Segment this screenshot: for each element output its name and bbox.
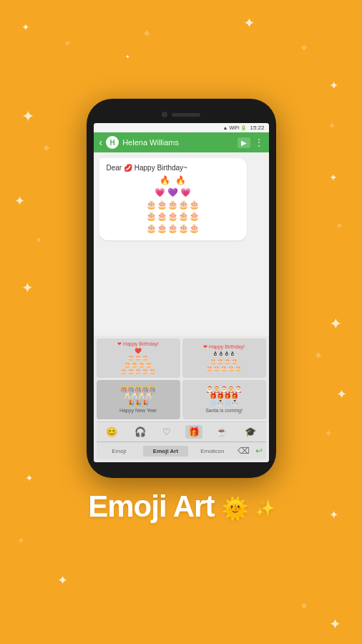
- emoji-art-item-santa[interactable]: 🎅🤶🎅🤶🎅🎁🎁🎁🎁❄️⛄❄️⛄ Santa is coming!: [182, 380, 266, 419]
- message-bubble: Dear 💋 Happy Birthday~ 🔥 🔥 💗 💜 💗 🎂🎂🎂🎂🎂 🎂…: [99, 158, 247, 240]
- emoji-art-content-1: ❤️🎂🎂🎂🎂🎂🎂🎂🎂🎂🎂🎂🎂: [120, 348, 156, 375]
- category-music-icon[interactable]: 🎧: [132, 425, 149, 439]
- emoji-art-title-2: ❤ Happy Birthday!: [203, 344, 245, 350]
- sparkle-6: ✦: [21, 107, 34, 126]
- emoji-art-item-birthday2[interactable]: ❤ Happy Birthday! 🕯🕯🕯🕯🎂🎂🎂🎂🎂🎂🎂🎂🎂: [182, 338, 266, 378]
- sparkle-17: ✧: [18, 537, 24, 545]
- message-content: Dear 💋 Happy Birthday~: [107, 164, 187, 172]
- emoji-art-content-santa: 🎅🤶🎅🤶🎅🎁🎁🎁🎁❄️⛄❄️⛄: [206, 386, 242, 407]
- title-text: Emoji Art: [88, 489, 214, 523]
- emoji-picker-area: ❤ Happy Birthday! ❤️🎂🎂🎂🎂🎂🎂🎂🎂🎂🎂🎂🎂 ❤ Happy…: [94, 336, 269, 462]
- emoji-art-grid: ❤ Happy Birthday! ❤️🎂🎂🎂🎂🎂🎂🎂🎂🎂🎂🎂🎂 ❤ Happy…: [97, 338, 266, 419]
- sun-icon: 🌞: [222, 497, 248, 520]
- sparkle-16: ✦: [329, 508, 338, 522]
- sparkle-25: ✧: [143, 29, 150, 39]
- sparkle-19: ✧: [300, 601, 308, 611]
- phone-camera: [162, 112, 167, 117]
- contact-name: Helena Williams: [122, 138, 233, 147]
- emoji-art-item-birthday1[interactable]: ❤ Happy Birthday! ❤️🎂🎂🎂🎂🎂🎂🎂🎂🎂🎂🎂🎂: [97, 338, 180, 378]
- sparkle-9: ✧: [36, 236, 41, 244]
- wifi-icon: WiFi: [229, 125, 239, 130]
- delete-key-icon[interactable]: ⌫: [235, 444, 253, 458]
- signal-icon: ▲: [223, 125, 228, 130]
- sparkle-20: ✦: [329, 615, 341, 633]
- emoji-art-content-newyear: 🎊🎊🎊🎊🎊🥂🥂🥂🥂🎉🎉🎉: [120, 386, 156, 407]
- tab-emoji-art[interactable]: Emoji Art: [143, 446, 188, 457]
- sparkle-23: ✧: [336, 222, 342, 230]
- sparkle-8: ✦: [14, 193, 25, 209]
- sparkle-1: ✦: [21, 21, 30, 33]
- sparkle-15: ✦: [25, 472, 34, 484]
- message-text: Dear 💋 Happy Birthday~: [107, 164, 240, 172]
- sparkle-22: ✦: [329, 172, 338, 183]
- header-icons: ▶ ⋮: [238, 137, 263, 148]
- sparkle-14: ✧: [326, 429, 331, 437]
- bottom-text: Emoji Art 🌞 ✨: [88, 489, 273, 524]
- sparkle-11: ✦: [329, 315, 342, 333]
- tab-bar: Emoji Emoji Art Emoticon ⌫ ↩: [97, 441, 266, 459]
- emoji-art-label-santa: Santa is coming!: [205, 408, 243, 413]
- chat-header: ‹ H Helena Williams ▶ ⋮: [94, 132, 269, 152]
- phone-frame: ▲ WiFi 🔋 15:22 ‹ H Helena Williams ▶ ⋮ D…: [87, 99, 276, 478]
- sparkle-icon: ✨: [255, 499, 274, 517]
- sparkle-13: ✦: [336, 386, 347, 402]
- emoji-art-label-newyear: Happy New Year: [119, 408, 157, 413]
- category-grad-icon[interactable]: 🎓: [242, 425, 259, 439]
- sparkle-7: ✧: [43, 143, 50, 153]
- sparkle-10: ✦: [21, 279, 34, 296]
- emoji-art-display: 🔥 🔥 💗 💜 💗 🎂🎂🎂🎂🎂 🎂🎂🎂🎂🎂 🎂🎂🎂🎂🎂: [107, 175, 240, 235]
- more-options-icon[interactable]: ⋮: [255, 137, 263, 148]
- tab-emoji[interactable]: Emoji: [97, 446, 142, 457]
- phone-top-bar: [94, 109, 269, 120]
- emoji-art-title-1: ❤ Happy Birthday!: [117, 341, 159, 347]
- signal-icons: ▲ WiFi 🔋: [223, 125, 248, 131]
- sparkle-18: ✦: [57, 572, 68, 588]
- chat-area: Dear 💋 Happy Birthday~ 🔥 🔥 💗 💜 💗 🎂🎂🎂🎂🎂 🎂…: [94, 152, 269, 336]
- sparkle-21: ✧: [329, 122, 335, 130]
- status-time: 15:22: [250, 125, 264, 131]
- app-logo-icon: H: [106, 136, 119, 149]
- back-icon[interactable]: ‹: [99, 137, 103, 148]
- category-bar: 😊 🎧 ♡ 🎁 ☕ 🎓: [97, 421, 266, 441]
- phone-speaker: [172, 113, 200, 117]
- return-key-icon[interactable]: ↩: [253, 444, 265, 458]
- tab-emoticon[interactable]: Emoticon: [190, 446, 235, 457]
- emoji-art-item-newyear[interactable]: 🎊🎊🎊🎊🎊🥂🥂🥂🥂🎉🎉🎉 Happy New Year: [97, 380, 180, 419]
- battery-icon: 🔋: [240, 125, 247, 131]
- category-coffee-icon[interactable]: ☕: [213, 425, 230, 439]
- sparkle-12: ✧: [315, 351, 322, 361]
- sparkle-3: ✦: [243, 14, 255, 31]
- category-heart-icon[interactable]: ♡: [160, 425, 174, 439]
- sparkle-24: ✦: [125, 54, 130, 60]
- emoji-art-content-2: 🕯🕯🕯🕯🎂🎂🎂🎂🎂🎂🎂🎂🎂: [206, 351, 242, 371]
- app-title: Emoji Art 🌞 ✨: [88, 489, 273, 524]
- category-emoji-icon[interactable]: 😊: [103, 425, 120, 439]
- video-call-icon[interactable]: ▶: [238, 137, 250, 148]
- app-screen: ▲ WiFi 🔋 15:22 ‹ H Helena Williams ▶ ⋮ D…: [94, 123, 269, 462]
- category-gift-icon[interactable]: 🎁: [185, 425, 202, 439]
- sparkle-4: ✧: [300, 43, 308, 53]
- status-bar: ▲ WiFi 🔋 15:22: [94, 123, 269, 132]
- sparkle-2: ✧: [64, 39, 70, 47]
- sparkle-5: ✦: [329, 79, 338, 92]
